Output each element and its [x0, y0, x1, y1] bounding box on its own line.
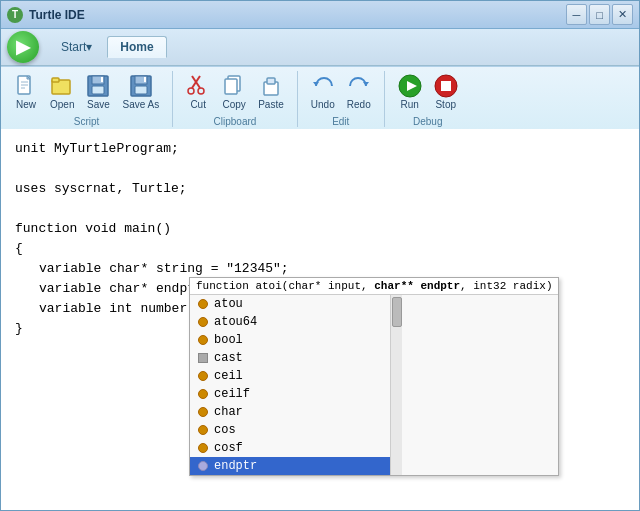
- tab-start[interactable]: Start▾: [48, 36, 105, 58]
- redo-label: Redo: [347, 99, 371, 110]
- autocomplete-item-atou64[interactable]: atou64: [190, 313, 390, 331]
- clipboard-buttons: Cut Copy: [181, 71, 289, 113]
- autocomplete-items-list: atou atou64 bool cast: [190, 295, 390, 475]
- stop-button[interactable]: Stop: [429, 71, 463, 113]
- item-label-cosf: cosf: [214, 441, 243, 455]
- ribbon-group-debug: Run Stop Debug: [393, 71, 471, 127]
- undo-label: Undo: [311, 99, 335, 110]
- clipboard-group-label: Clipboard: [181, 116, 289, 127]
- item-icon-ceil: [196, 369, 210, 383]
- paste-label: Paste: [258, 99, 284, 110]
- debug-group-label: Debug: [393, 116, 463, 127]
- save-as-label: Save As: [122, 99, 159, 110]
- maximize-button[interactable]: □: [589, 4, 610, 25]
- save-icon: [86, 74, 110, 98]
- autocomplete-header: function atoi(char* input, char** endptr…: [190, 278, 558, 295]
- autocomplete-item-cast[interactable]: cast: [190, 349, 390, 367]
- edit-buttons: Undo Redo: [306, 71, 376, 113]
- item-label-cos: cos: [214, 423, 236, 437]
- ribbon-group-clipboard: Cut Copy: [181, 71, 298, 127]
- autocomplete-scrollbar[interactable]: [390, 295, 402, 475]
- svg-rect-6: [52, 78, 59, 82]
- svg-rect-20: [225, 79, 237, 94]
- tooltip-function-sig: function atoi(char* input, char** endptr…: [196, 280, 552, 292]
- app-icon: T: [7, 7, 23, 23]
- ribbon-tab-strip: Start▾ Home: [48, 36, 167, 58]
- autocomplete-item-endptr[interactable]: endptr: [190, 457, 390, 475]
- autocomplete-item-bool[interactable]: bool: [190, 331, 390, 349]
- autocomplete-item-cosf[interactable]: cosf: [190, 439, 390, 457]
- cut-button[interactable]: Cut: [181, 71, 215, 113]
- autocomplete-item-ceil[interactable]: ceil: [190, 367, 390, 385]
- item-icon-ceilf: [196, 387, 210, 401]
- svg-rect-13: [135, 86, 147, 94]
- copy-label: Copy: [222, 99, 245, 110]
- svg-rect-10: [101, 77, 103, 82]
- svg-rect-28: [441, 81, 451, 91]
- svg-marker-23: [313, 82, 319, 86]
- svg-point-17: [188, 88, 194, 94]
- ribbon-content: New Open: [1, 66, 639, 129]
- new-button[interactable]: New: [9, 71, 43, 113]
- paste-icon: [259, 74, 283, 98]
- save-button[interactable]: Save: [81, 71, 115, 113]
- debug-buttons: Run Stop: [393, 71, 463, 113]
- tab-home[interactable]: Home: [107, 36, 166, 58]
- code-line-7: variable char* string = "12345";: [15, 259, 625, 279]
- code-editor[interactable]: unit MyTurtleProgram; uses syscrnat, Tur…: [1, 129, 639, 510]
- autocomplete-item-cos[interactable]: cos: [190, 421, 390, 439]
- close-button[interactable]: ✕: [612, 4, 633, 25]
- minimize-button[interactable]: ─: [566, 4, 587, 25]
- redo-button[interactable]: Redo: [342, 71, 376, 113]
- autocomplete-item-char[interactable]: char: [190, 403, 390, 421]
- svg-rect-9: [92, 86, 104, 94]
- code-line-6: {: [15, 239, 625, 259]
- code-line-2: [15, 159, 625, 179]
- svg-point-18: [198, 88, 204, 94]
- code-line-1: unit MyTurtleProgram;: [15, 139, 625, 159]
- autocomplete-item-atou[interactable]: atou: [190, 295, 390, 313]
- cut-label: Cut: [190, 99, 206, 110]
- ribbon-group-edit: Undo Redo Edit: [306, 71, 385, 127]
- ribbon-group-script: New Open: [9, 71, 173, 127]
- window-title: Turtle IDE: [29, 8, 566, 22]
- undo-icon: [311, 74, 335, 98]
- save-as-button[interactable]: Save As: [117, 71, 164, 113]
- nav-back-button[interactable]: ▶: [7, 31, 39, 63]
- paste-button[interactable]: Paste: [253, 71, 289, 113]
- new-label: New: [16, 99, 36, 110]
- item-icon-endptr: [196, 459, 210, 473]
- svg-marker-24: [363, 82, 369, 86]
- undo-button[interactable]: Undo: [306, 71, 340, 113]
- svg-rect-14: [144, 77, 146, 82]
- save-as-icon: [129, 74, 153, 98]
- code-line-3: uses syscrnat, Turtle;: [15, 179, 625, 199]
- svg-rect-22: [267, 78, 275, 84]
- open-button[interactable]: Open: [45, 71, 79, 113]
- quick-access-bar: ▶ Start▾ Home: [1, 29, 639, 66]
- script-buttons: New Open: [9, 71, 164, 113]
- new-icon: [14, 74, 38, 98]
- open-icon: [50, 74, 74, 98]
- edit-group-label: Edit: [306, 116, 376, 127]
- autocomplete-list: atou atou64 bool cast: [190, 295, 558, 475]
- item-icon-atou: [196, 297, 210, 311]
- autocomplete-item-ceilf[interactable]: ceilf: [190, 385, 390, 403]
- copy-button[interactable]: Copy: [217, 71, 251, 113]
- code-line-5: function void main(): [15, 219, 625, 239]
- code-line-4: [15, 199, 625, 219]
- run-button[interactable]: Run: [393, 71, 427, 113]
- redo-icon: [347, 74, 371, 98]
- item-icon-cos: [196, 423, 210, 437]
- script-group-label: Script: [9, 116, 164, 127]
- item-label-char: char: [214, 405, 243, 419]
- item-icon-bool: [196, 333, 210, 347]
- item-label-endptr: endptr: [214, 459, 257, 473]
- stop-label: Stop: [435, 99, 456, 110]
- item-label-atou64: atou64: [214, 315, 257, 329]
- open-label: Open: [50, 99, 74, 110]
- autocomplete-popup: function atoi(char* input, char** endptr…: [189, 277, 559, 476]
- cut-icon: [186, 74, 210, 98]
- scrollbar-thumb[interactable]: [392, 297, 402, 327]
- item-label-bool: bool: [214, 333, 243, 347]
